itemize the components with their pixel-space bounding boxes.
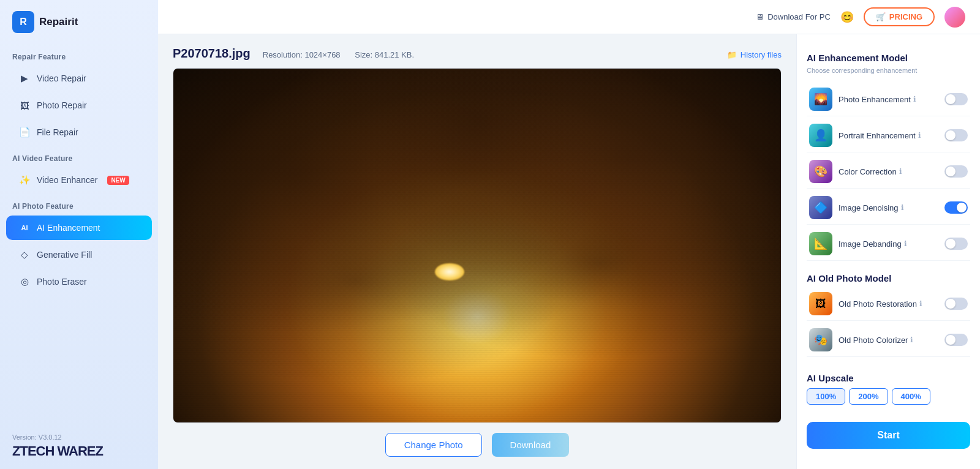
image-denoising-label: Image Denoising ℹ	[839, 203, 938, 212]
sidebar-item-label: Photo Repair	[37, 100, 87, 110]
topbar: 🖥 Download For PC 😊 🛒 PRICING	[158, 0, 980, 34]
photo-actions: Change Photo Download	[173, 433, 782, 457]
logo-text: Repairit	[39, 16, 78, 28]
sidebar-item-label: Video Repair	[37, 73, 86, 83]
sidebar-logo: R Repairit	[0, 0, 158, 44]
image-denoising-icon: 🔷	[809, 196, 832, 219]
history-files-label: History files	[741, 50, 782, 59]
photo-enhancement-toggle[interactable]	[944, 93, 968, 105]
upscale-options: 100% 200% 400%	[807, 388, 970, 405]
change-photo-button[interactable]: Change Photo	[385, 433, 482, 457]
generative-fill-icon: ◇	[18, 249, 31, 261]
image-debanding-toggle[interactable]	[944, 238, 968, 250]
video-repair-icon: ▶	[18, 72, 31, 84]
sidebar-item-label: Photo Eraser	[37, 277, 87, 287]
sidebar-item-label: Generative Fill	[37, 250, 92, 260]
photo-filename: P2070718.jpg	[173, 47, 251, 61]
image-denoising-row: 🔷 Image Denoising ℹ	[807, 191, 970, 225]
portrait-enhancement-toggle[interactable]	[944, 129, 968, 141]
image-debanding-icon: 📐	[809, 232, 832, 255]
photo-header: P2070718.jpg Resolution: 1024×768 Size: …	[173, 47, 782, 61]
ai-upscale-section: AI Upscale 100% 200% 400%	[807, 367, 970, 410]
color-correction-label: Color Correction ℹ	[839, 167, 938, 176]
sidebar-item-video-enhancer[interactable]: ✨ Video Enhancer NEW	[6, 168, 152, 192]
info-icon-image-denoising[interactable]: ℹ	[901, 203, 904, 212]
sidebar-item-photo-repair[interactable]: 🖼 Photo Repair	[6, 93, 152, 118]
ai-enhancement-model-subtitle: Choose corresponding enhancement	[807, 67, 970, 74]
version-text: Version: V3.0.12	[12, 433, 146, 441]
info-icon-image-debanding[interactable]: ℹ	[904, 239, 907, 248]
old-photo-colorizer-label: Old Photo Colorizer ℹ	[839, 336, 938, 345]
sidebar-section-repair: Repair Feature	[0, 44, 158, 65]
sidebar-section-ai-photo: AI Photo Feature	[0, 193, 158, 214]
ai-enhancement-icon: AI	[18, 222, 31, 234]
photo-enhancement-label: Photo Enhancement ℹ	[839, 95, 938, 104]
info-icon-portrait-enhancement[interactable]: ℹ	[918, 131, 921, 140]
photo-enhancement-icon: 🌄	[809, 88, 832, 111]
photo-eraser-icon: ◎	[18, 276, 31, 288]
main-area: 🖥 Download For PC 😊 🛒 PRICING P2070718.j…	[158, 0, 980, 469]
sun-orb	[435, 263, 464, 280]
photo-area: P2070718.jpg Resolution: 1024×768 Size: …	[158, 34, 796, 469]
monitor-icon: 🖥	[756, 12, 764, 21]
help-icon[interactable]: 😊	[840, 10, 854, 24]
photo-enhancement-row: 🌄 Photo Enhancement ℹ	[807, 83, 970, 116]
photo-repair-icon: 🖼	[18, 99, 31, 111]
pricing-button[interactable]: 🛒 PRICING	[864, 7, 935, 26]
portrait-enhancement-icon: 👤	[809, 124, 832, 147]
old-photo-colorizer-row: 🎭 Old Photo Colorizer ℹ	[807, 323, 970, 357]
info-icon-photo-enhancement[interactable]: ℹ	[913, 95, 916, 103]
ai-enhancement-model-title: AI Enhancement Model	[807, 53, 970, 63]
sidebar-item-label: Video Enhancer	[37, 175, 97, 185]
sidebar-item-video-repair[interactable]: ▶ Video Repair	[6, 66, 152, 91]
old-photo-restoration-label: Old Photo Restoration ℹ	[839, 299, 938, 309]
upscale-200-btn[interactable]: 200%	[849, 388, 888, 405]
old-photo-colorizer-icon: 🎭	[809, 328, 832, 351]
sidebar-item-label: AI Enhancement	[37, 223, 100, 233]
history-files-btn[interactable]: 📁 History files	[727, 50, 782, 59]
upscale-400-btn[interactable]: 400%	[892, 388, 930, 405]
right-panel: AI Enhancement Model Choose correspondin…	[796, 34, 980, 469]
content-area: P2070718.jpg Resolution: 1024×768 Size: …	[158, 34, 980, 469]
sidebar-item-ai-enhancement[interactable]: AI AI Enhancement	[6, 216, 152, 240]
image-denoising-toggle[interactable]	[944, 201, 968, 214]
new-badge: NEW	[107, 176, 129, 185]
upscale-100-btn[interactable]: 100%	[807, 388, 845, 405]
sidebar-item-generative-fill[interactable]: ◇ Generative Fill	[6, 242, 152, 267]
info-icon-color-correction[interactable]: ℹ	[899, 167, 902, 176]
ai-old-photo-model-title: AI Old Photo Model	[807, 273, 970, 283]
color-correction-icon: 🎨	[809, 160, 832, 183]
photo-resolution: Resolution: 1024×768 Size: 841.21 KB.	[263, 50, 426, 59]
file-repair-icon: 📄	[18, 126, 31, 138]
sidebar-item-photo-eraser[interactable]: ◎ Photo Eraser	[6, 269, 152, 294]
ai-upscale-title: AI Upscale	[807, 373, 970, 383]
color-correction-row: 🎨 Color Correction ℹ	[807, 155, 970, 189]
logo-icon: R	[12, 11, 34, 33]
sidebar-item-file-repair[interactable]: 📄 File Repair	[6, 120, 152, 144]
photo-canvas	[173, 68, 782, 423]
info-icon-old-photo-restoration[interactable]: ℹ	[919, 299, 922, 308]
image-debanding-label: Image Debanding ℹ	[839, 239, 938, 249]
folder-icon: 📁	[727, 50, 737, 59]
old-photo-restoration-row: 🖼 Old Photo Restoration ℹ	[807, 287, 970, 321]
download-for-pc-btn[interactable]: 🖥 Download For PC	[756, 12, 831, 21]
cart-icon: 🛒	[876, 12, 886, 21]
old-photo-restoration-icon: 🖼	[809, 292, 832, 315]
start-button[interactable]: Start	[807, 422, 970, 449]
portrait-enhancement-label: Portrait Enhancement ℹ	[839, 131, 938, 140]
portrait-enhancement-row: 👤 Portrait Enhancement ℹ	[807, 119, 970, 152]
sidebar-section-ai-video: AI Video Feature	[0, 146, 158, 167]
old-photo-colorizer-toggle[interactable]	[944, 334, 968, 346]
old-photo-restoration-toggle[interactable]	[944, 298, 968, 310]
sunset-photo-display	[173, 69, 781, 422]
user-avatar[interactable]	[944, 7, 965, 28]
download-pc-label: Download For PC	[767, 12, 831, 21]
sidebar: R Repairit Repair Feature ▶ Video Repair…	[0, 0, 158, 469]
image-debanding-row: 📐 Image Debanding ℹ	[807, 227, 970, 261]
pricing-label: PRICING	[889, 12, 922, 21]
video-enhancer-icon: ✨	[18, 174, 31, 186]
watermark: ZTECH WAREZ	[12, 443, 146, 459]
color-correction-toggle[interactable]	[944, 165, 968, 178]
info-icon-old-photo-colorizer[interactable]: ℹ	[910, 336, 913, 344]
download-button[interactable]: Download	[492, 433, 570, 457]
